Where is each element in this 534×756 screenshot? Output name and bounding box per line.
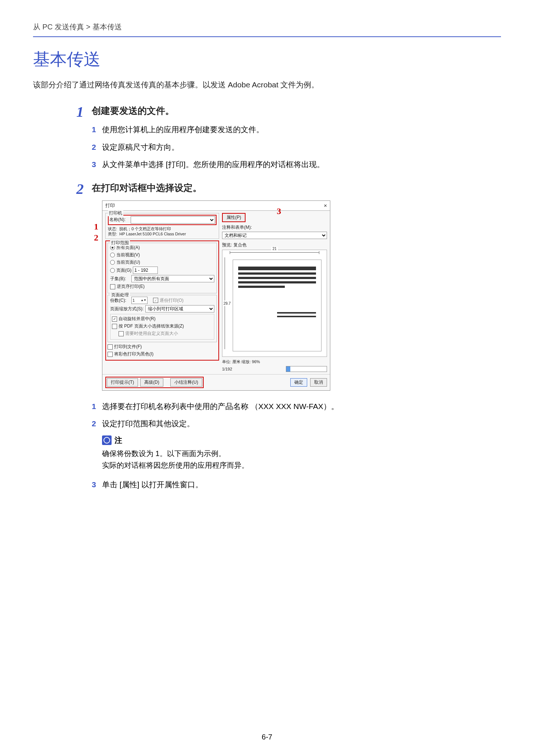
substep-text: 从文件菜单中选择 [打印]。您所使用的应用程序的对话框将出现。 [102,158,501,171]
pager-text: 1/192 [222,367,232,371]
substep-num: 1 [92,400,102,413]
substep-text: 设定原稿尺寸和方向。 [102,141,501,153]
type-label: 类型: [108,232,117,236]
note-head: 注 [115,435,122,445]
substep-text: 使用您计算机上的应用程序创建要发送的文件。 [102,123,501,136]
radio-current-view-label: 当前视图(V) [116,252,140,258]
cancel-button[interactable]: 取消 [310,378,327,387]
subset-select[interactable]: 范围中的所有页面 [131,275,214,282]
comments-label: 注释和表单(M): [222,224,252,231]
subset-label: 子集(B): [110,276,130,282]
properties-button[interactable]: 属性(P) [222,213,246,222]
summary-button[interactable]: 小结注释(U) [170,378,202,387]
substep-num: 2 [92,141,102,153]
callout-1: 1 [94,222,98,232]
group-printer: 打印机 [108,210,123,216]
group-range: 打印范围 [110,240,130,246]
copies-label: 份数(C): [110,297,130,304]
print-dialog: 打印 × 打印机 名称(N): [102,200,330,391]
toblack-checkbox[interactable] [108,352,113,357]
step-number-2: 2 [33,182,92,496]
reverse-label: 逆页序打印(E) [117,283,145,290]
substep-num: 2 [92,417,102,430]
preview-height: 29.7 [224,300,230,306]
substep-num: 3 [92,478,102,491]
reverse-checkbox[interactable] [110,284,115,289]
group-handling: 页面处理 [110,292,130,298]
radio-current-view[interactable] [110,253,115,257]
note-line: 实际的对话框将因您所使用的应用程序而异。 [102,459,501,471]
name-label: 名称(N): [109,217,129,223]
status-label: 状态: [108,227,117,231]
tips-button[interactable]: 打印提示(T) [107,378,138,387]
autorotate-checkbox[interactable]: ✓ [112,316,117,322]
type-value: HP LaserJet 5100 PCL6 Class Driver [119,232,186,236]
substep-text: 选择要在打印机名称列表中使用的产品名称 （XXX XXX NW-FAX）。 [102,400,501,413]
breadcrumb: 从 PC 发送传真 > 基本传送 [33,22,501,32]
radio-pages-label: 页面(G) [116,267,131,274]
close-icon[interactable]: × [324,202,327,209]
radio-pages[interactable] [110,268,115,273]
page-number: 6-7 [0,733,534,741]
divider [33,36,501,37]
ok-button[interactable]: 确定 [290,378,307,387]
toblack-label: 将彩色打印为黑色(I) [114,351,153,357]
scale-select[interactable]: 缩小到可打印区域 [145,305,214,312]
page-title: 基本传送 [33,48,501,71]
callout-3: 3 [277,206,281,216]
autorotate-label: 自动旋转并居中(R) [119,316,156,322]
preview-pane: 21 29.7 [222,250,327,357]
pdfsize-checkbox[interactable] [112,324,117,329]
units-text: 单位: 厘米 缩放: 96% [222,359,260,365]
note-icon [102,435,112,445]
tofile-label: 打印到文件(F) [114,344,142,350]
customsize-label: 需要时使用自定义页面大小 [125,330,178,337]
substep-num: 1 [92,123,102,136]
printer-name-select[interactable] [131,216,215,224]
step-number-1: 1 [33,105,92,176]
collate-label: 逐份打印(O) [160,297,184,304]
substep-text: 设定打印范围和其他设定。 [102,417,501,430]
dialog-title: 打印 [105,202,115,209]
page-progress[interactable] [286,366,327,372]
collate-checkbox[interactable]: ✓ [153,298,158,303]
radio-current-page[interactable] [110,260,115,265]
pdfsize-label: 按 PDF 页面大小选择纸张来源(Z) [119,323,184,329]
substep-num: 3 [92,158,102,171]
status-value: 脱机；0 个文档正在等待打印 [119,227,171,231]
intro-text: 该部分介绍了通过网络传真发送传真的基本步骤。以发送 Adobe Acrobat … [33,80,501,90]
scale-label: 页面缩放方式(S): [110,306,144,312]
advanced-button[interactable]: 高级(D) [140,378,163,387]
step-heading: 在打印对话框中选择设定。 [92,182,501,194]
copies-stepper[interactable]: 1▲▼ [131,297,148,304]
step-heading: 创建要发送的文件。 [92,105,501,117]
substep-text: 单击 [属性] 以打开属性窗口。 [102,478,501,491]
customsize-checkbox [119,331,124,336]
preview-width: 21 [271,247,277,251]
note-line: 确保将份数设为 1。以下画面为示例。 [102,448,501,459]
pages-input[interactable] [133,267,158,274]
callout-2: 2 [94,233,98,243]
tofile-checkbox[interactable] [108,344,113,350]
page-thumbnail [233,260,322,351]
radio-current-page-label: 当前页面(U) [116,259,140,265]
comments-select[interactable]: 文档和标记 [222,232,327,239]
